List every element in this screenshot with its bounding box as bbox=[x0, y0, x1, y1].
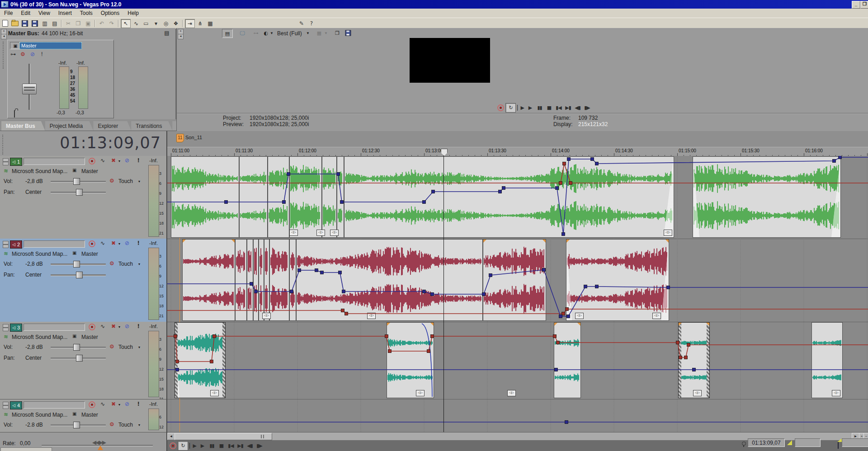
audio-event[interactable] bbox=[253, 239, 259, 321]
auto-ripple-icon[interactable]: ⋔ bbox=[196, 19, 205, 28]
automation-gear-icon[interactable]: ⚙ bbox=[109, 178, 114, 184]
title-bar[interactable]: 0% (30 of 30) - Son Nu.veg - Vegas Pro 1… bbox=[0, 0, 868, 9]
event-edge-handle[interactable] bbox=[679, 323, 681, 398]
volume-slider-thumb[interactable] bbox=[73, 344, 80, 351]
mute-icon[interactable]: ⊘ bbox=[30, 51, 35, 57]
whats-this-help-icon[interactable]: ? bbox=[307, 19, 316, 28]
collapse-panel-icon[interactable]: ◂ bbox=[178, 34, 184, 39]
audio-event[interactable] bbox=[811, 322, 843, 398]
pan-value[interactable]: Center bbox=[25, 355, 42, 361]
track-name-field[interactable] bbox=[24, 158, 85, 165]
maximize-track-icon[interactable] bbox=[3, 328, 9, 331]
track-fx-icon[interactable]: ✖ bbox=[111, 240, 116, 246]
save-snapshot-icon[interactable] bbox=[343, 29, 353, 37]
audio-event[interactable] bbox=[171, 156, 239, 238]
automation-gear-icon[interactable]: ⚙ bbox=[109, 260, 114, 267]
bus-assign-icon[interactable]: ▣ bbox=[72, 334, 76, 338]
tab-project-media[interactable]: Project Media bbox=[45, 121, 94, 131]
menu-options[interactable]: Options bbox=[97, 9, 123, 17]
pan-slider-thumb[interactable] bbox=[76, 355, 83, 362]
bus-name[interactable]: Master bbox=[81, 334, 98, 340]
minimize-track-icon[interactable] bbox=[3, 241, 9, 244]
event-gain-handle[interactable]: ◁▷ bbox=[575, 313, 584, 319]
enable-snapping-icon[interactable]: ⇥ bbox=[185, 19, 195, 28]
volume-value[interactable]: -2,8 dB bbox=[25, 344, 43, 350]
track-envelope-icon[interactable]: ∿ bbox=[100, 240, 105, 246]
track-name-field[interactable] bbox=[24, 324, 85, 331]
track-header-2[interactable]: ◁2∿✖▾⊘ǃ-Inf.36912151821≋Microsoft Sound … bbox=[0, 239, 166, 322]
project-properties-icon[interactable] bbox=[30, 19, 39, 28]
quality-dropdown2-icon[interactable]: ▼ bbox=[306, 31, 310, 35]
menu-tools[interactable]: Tools bbox=[76, 9, 97, 17]
paste-icon[interactable]: ▣ bbox=[84, 19, 93, 28]
track-envelope-icon[interactable]: ∿ bbox=[100, 157, 105, 164]
tab-explorer[interactable]: Explorer bbox=[93, 121, 131, 131]
stop-button[interactable]: ■ bbox=[544, 103, 554, 112]
audio-event[interactable] bbox=[289, 156, 322, 238]
timeline-ruler[interactable]: 01:11:0001:11:3001:12:0001:12:3001:13:00… bbox=[167, 147, 868, 157]
marker-tool-icon[interactable] bbox=[787, 440, 792, 445]
device-name[interactable]: Microsoft Sound Map... bbox=[12, 251, 67, 257]
device-name[interactable]: Microsoft Sound Map... bbox=[12, 334, 67, 340]
event-gain-handle[interactable]: ◁▷ bbox=[832, 390, 840, 396]
play-button[interactable]: ▶ bbox=[525, 103, 535, 112]
project-home-icon[interactable] bbox=[838, 442, 839, 449]
bus-name-field[interactable] bbox=[19, 42, 82, 49]
audio-event[interactable] bbox=[259, 239, 264, 321]
preview-quality-icon[interactable]: ◐ bbox=[261, 29, 271, 37]
bus-assign-icon[interactable]: ▣ bbox=[72, 168, 76, 173]
audio-event[interactable] bbox=[337, 156, 344, 238]
marker-bar[interactable]: 11 Son_11 bbox=[167, 131, 868, 147]
menu-insert[interactable]: Insert bbox=[54, 9, 76, 17]
preview-quality-label[interactable]: Best (Full) bbox=[277, 30, 302, 37]
automation-mode[interactable]: Touch bbox=[118, 261, 133, 267]
audio-event[interactable] bbox=[554, 322, 581, 398]
pan-value[interactable]: Center bbox=[25, 272, 42, 278]
minimize-track-icon[interactable] bbox=[3, 324, 9, 328]
event-edge-handle[interactable] bbox=[707, 323, 709, 398]
stop-button[interactable]: ■ bbox=[217, 442, 226, 450]
marker-flag[interactable]: 11 bbox=[176, 134, 184, 142]
volume-value[interactable]: -2.8 dB bbox=[25, 422, 43, 428]
automation-dropdown-icon[interactable]: ▾ bbox=[138, 345, 140, 349]
event-edge-handle[interactable] bbox=[222, 323, 225, 398]
event-gain-handle[interactable]: ◁▷ bbox=[416, 390, 425, 396]
play-from-start-button[interactable]: ▏▶ bbox=[188, 442, 198, 450]
rate-slider-thumb[interactable]: ◀◀▶▶ bbox=[92, 439, 105, 446]
pan-slider-thumb[interactable] bbox=[76, 189, 83, 196]
track-header-3[interactable]: ◁3∿✖▾⊘ǃ-Inf.36912151821≋Microsoft Sound … bbox=[0, 322, 166, 399]
fx-dropdown-icon[interactable]: ▾ bbox=[118, 403, 120, 407]
minimize-track-icon[interactable] bbox=[3, 402, 9, 405]
zoom-edit-tool-icon[interactable]: ◎ bbox=[161, 19, 170, 28]
loop-playback-button[interactable]: ↻ bbox=[505, 103, 516, 113]
multi-tool-icon[interactable]: ❖ bbox=[171, 19, 180, 28]
collapse-panel-icon[interactable]: ◂ bbox=[1, 34, 7, 39]
next-frame-button[interactable]: ▮▶ bbox=[582, 103, 592, 112]
solo-icon[interactable]: ǃ bbox=[137, 157, 139, 164]
edit-tool-dropdown-icon[interactable]: ▾ bbox=[151, 19, 160, 28]
audio-event[interactable] bbox=[296, 239, 483, 321]
event-edge-handle[interactable] bbox=[175, 323, 178, 398]
fx-dropdown-icon[interactable]: ▾ bbox=[118, 242, 120, 246]
minimize-button[interactable]: _ bbox=[852, 1, 860, 9]
render-as-icon[interactable]: ▥ bbox=[40, 19, 49, 28]
playhead-handle[interactable] bbox=[441, 149, 448, 156]
maximize-track-icon[interactable] bbox=[3, 162, 9, 165]
mute-icon[interactable]: ⊘ bbox=[125, 157, 129, 164]
fx-dropdown-icon[interactable]: ▾ bbox=[118, 325, 120, 329]
automation-dropdown-icon[interactable]: ▾ bbox=[138, 179, 140, 183]
grid-dropdown-icon[interactable]: ▼ bbox=[324, 31, 328, 35]
volume-value[interactable]: -2,8 dB bbox=[25, 178, 43, 184]
cut-icon[interactable]: ✂ bbox=[64, 19, 73, 28]
panel-grip[interactable] bbox=[3, 42, 4, 69]
menu-help[interactable]: Help bbox=[123, 9, 143, 17]
track-envelope-icon[interactable]: ∿ bbox=[100, 323, 105, 329]
event-gain-handle[interactable]: ◁▷ bbox=[664, 230, 672, 236]
record-button[interactable] bbox=[168, 442, 178, 450]
event-gain-handle[interactable]: ◁▷ bbox=[316, 230, 325, 236]
undo-icon[interactable]: ↶ bbox=[97, 19, 106, 28]
bus-name[interactable]: Master bbox=[81, 168, 98, 174]
timeline-tracks-area[interactable]: ◁▷◁▷◁▷◁▷◁▷◁▷◁▷◁▷◁▷◁▷◁▷◁▷◁▷ bbox=[167, 156, 868, 432]
event-gain-handle[interactable]: ◁▷ bbox=[652, 313, 661, 319]
go-to-end-button[interactable]: ▶▮ bbox=[236, 442, 245, 450]
